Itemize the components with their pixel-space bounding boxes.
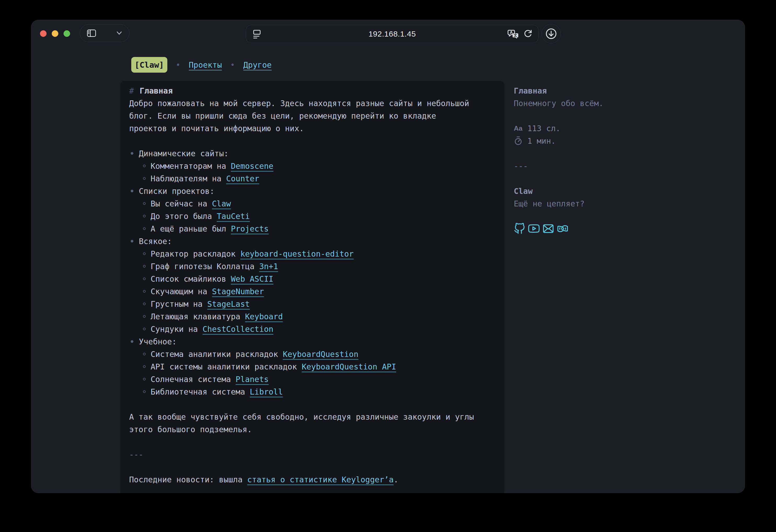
chevron-down-icon[interactable] (116, 31, 122, 35)
site-header: [Claw] • Проекты • Другое (131, 57, 272, 73)
list-item: Сундуки на ChestCollection (129, 323, 496, 335)
list-item: Наблюдателям на Counter (129, 172, 496, 185)
list-item: Список смайликов Web ASCII (129, 273, 496, 285)
list-item: Редактор раскладок keyboard-question-edi… (129, 247, 496, 260)
bullet-icon (143, 215, 146, 217)
meta-sidebar: Главная Понемногу обо всём. Aa 113 сл. 1… (514, 84, 660, 235)
list-item: Всякое: (129, 235, 496, 247)
nav-separator: • (230, 60, 235, 69)
list-item: А ещё раньше был Projects (129, 222, 496, 235)
translate-icon[interactable]: A 文 (508, 29, 519, 39)
news-line: Последние новости: вышла статья о статис… (129, 473, 496, 486)
list-item: До этого была TauCeti (129, 210, 496, 222)
stopwatch-icon (514, 136, 527, 146)
link[interactable]: 3n+1 (259, 262, 278, 271)
bullet-icon (143, 290, 146, 293)
link[interactable]: Web ASCII (231, 274, 273, 283)
close-window-button[interactable] (40, 30, 46, 37)
bullet-icon (143, 303, 146, 305)
window-controls (40, 30, 70, 37)
list-item: Комментаторам на Demoscene (129, 160, 496, 172)
intro-line: проектов и почитать информацию о них. (129, 122, 496, 135)
browser-window: 192.168.1.45 A 文 (31, 20, 745, 493)
sidebar-toggle-icon[interactable] (87, 29, 96, 37)
bullet-icon (143, 378, 146, 380)
link[interactable]: Keyboard (245, 312, 283, 321)
link[interactable]: StageNumber (212, 287, 264, 296)
link[interactable]: KeyboardQuestion API (302, 362, 396, 371)
list-item: Летающая клавиатура Keyboard (129, 310, 496, 323)
link[interactable]: Planets (236, 375, 268, 384)
meta-page-title: Главная (514, 84, 660, 97)
page-format-icon[interactable] (253, 29, 262, 39)
blank-line (129, 461, 496, 473)
downloads-button[interactable] (542, 24, 561, 43)
outro-line: этого большого подземелья. (129, 423, 496, 436)
svg-text:A: A (510, 30, 513, 35)
link[interactable]: Claw (212, 199, 231, 208)
article-panel: # Главная Добро пожаловать на мой сервер… (120, 81, 504, 493)
intro-line: блог. Если вы пришли сюда без цели, реко… (129, 109, 496, 122)
bullet-icon (143, 252, 146, 255)
nav-link-other[interactable]: Другое (243, 60, 272, 69)
nav-separator: • (176, 60, 180, 69)
outro-line: А так вообще чувствуйте себя свободно, и… (129, 411, 496, 423)
list-item: Вы сейчас на Claw (129, 197, 496, 210)
email-icon[interactable] (543, 223, 554, 234)
bullet-icon (131, 240, 133, 243)
list-item: Скучающим на StageNumber (129, 285, 496, 298)
link[interactable]: ChestCollection (203, 324, 273, 334)
meta-page-subtitle: Понемногу обо всём. (514, 97, 660, 109)
site-logo-badge[interactable]: [Claw] (131, 57, 167, 73)
sidebar-toggle-group[interactable] (80, 24, 130, 42)
github-icon[interactable] (514, 223, 525, 234)
site-tagline: Ещё не цепляет? (514, 197, 660, 210)
list-item: Граф гипотезы Коллатца 3n+1 (129, 260, 496, 273)
intro-line: Добро пожаловать на мой сервер. Здесь на… (129, 97, 496, 109)
address-bar[interactable]: 192.168.1.45 A 文 (246, 25, 539, 43)
blank-line (129, 436, 496, 448)
heading-hash: # (129, 86, 134, 95)
bullet-icon (143, 365, 146, 368)
blank-line (514, 147, 660, 160)
link[interactable]: Libroll (250, 387, 282, 396)
link[interactable]: TauCeti (217, 212, 250, 221)
blank-line (514, 172, 660, 185)
list-item: API системы аналитики раскладок Keyboard… (129, 360, 496, 373)
read-time-row: 1 мин. (514, 135, 660, 147)
bullet-icon (143, 177, 146, 180)
zoom-window-button[interactable] (63, 30, 70, 37)
site-title: Claw (514, 185, 660, 197)
bullet-icon (143, 353, 146, 355)
blank-line (514, 109, 660, 122)
money-icon[interactable] (557, 223, 568, 234)
bullet-icon (131, 152, 133, 155)
list-item: Система аналитики раскладок KeyboardQues… (129, 348, 496, 360)
reload-icon[interactable] (523, 29, 533, 39)
svg-text:文: 文 (513, 33, 517, 37)
list-item: Грустным на StageLast (129, 298, 496, 310)
bullet-icon (143, 265, 146, 268)
youtube-icon[interactable] (528, 223, 540, 234)
nav-link-projects[interactable]: Проекты (189, 60, 222, 69)
list-item: Списки проектов: (129, 185, 496, 197)
list-item: Динамические сайты: (129, 147, 496, 160)
bullet-icon (143, 390, 146, 393)
download-icon (545, 28, 557, 40)
bullet-icon (143, 227, 146, 230)
bullet-icon (131, 340, 133, 343)
page-title: # Главная (129, 84, 496, 97)
link[interactable]: Demoscene (231, 162, 273, 171)
link[interactable]: Projects (231, 224, 269, 233)
minimize-window-button[interactable] (52, 30, 58, 37)
news-link[interactable]: статья о статистике Keylogger’а (247, 475, 394, 484)
bullet-icon (143, 315, 146, 318)
link[interactable]: StageLast (207, 299, 250, 309)
url-text[interactable]: 192.168.1.45 (246, 29, 538, 38)
link[interactable]: keyboard-question-editor (240, 249, 354, 258)
bullet-icon (143, 277, 146, 280)
divider-text: --- (129, 448, 496, 461)
blank-line (129, 398, 496, 411)
link[interactable]: KeyboardQuestion (283, 350, 359, 359)
link[interactable]: Counter (226, 174, 259, 183)
